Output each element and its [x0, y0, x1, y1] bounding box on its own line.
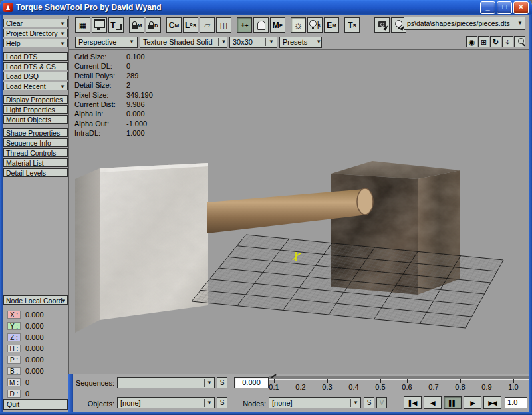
load-dsq-button[interactable]: Load DSQ	[3, 72, 68, 80]
presets-value: Presets	[283, 38, 307, 46]
grid-icon[interactable]: ▦	[75, 17, 90, 33]
menu-label: Project Directory	[6, 29, 58, 37]
button-label: Load Recent	[6, 82, 46, 90]
ghost-icon[interactable]	[253, 17, 269, 33]
dropdown-arrow-icon: ▼	[60, 20, 65, 27]
sidebar-menu-clear[interactable]: Clear ▼	[3, 19, 68, 27]
objects-value: [none]	[120, 399, 203, 407]
ts-toggle-icon[interactable]: T S	[344, 17, 360, 33]
stat-value: 2	[126, 81, 130, 89]
play-bounce-button[interactable]: ▶◀	[483, 396, 501, 409]
button-label: Thread Controls	[6, 149, 56, 157]
zoom-magnifier-icon[interactable]	[514, 36, 525, 47]
sidebar: Clear ▼ Project Directory ▼ Help ▼ Load …	[3, 16, 69, 412]
objects-s-button[interactable]: S	[217, 397, 227, 408]
orbit-icon[interactable]: ◉	[466, 36, 477, 47]
rotate-icon[interactable]: ↻	[490, 36, 501, 47]
button-label: Load DSQ	[6, 72, 39, 80]
stat-value: 0.100	[126, 53, 145, 61]
perspective-dropdown[interactable]: Perspective ▼	[75, 37, 138, 48]
mount-objects-button[interactable]: Mount Objects	[3, 115, 68, 124]
book-icon[interactable]: ◫	[216, 17, 231, 33]
stat-row: Pixel Size:349.190	[74, 90, 153, 100]
play-button[interactable]: ▶	[464, 396, 481, 409]
t-seat-icon[interactable]: T	[108, 17, 124, 33]
load-recent-button[interactable]: Load Recent ▼	[3, 82, 68, 90]
quit-button[interactable]: Quit	[3, 399, 68, 410]
move-icon[interactable]: ↔ ↕	[502, 36, 513, 47]
objects-dropdown[interactable]: [none] ▼	[117, 397, 215, 408]
stat-row: Detail Polys:289	[74, 71, 153, 80]
close-button[interactable]: ×	[513, 1, 529, 14]
button-label: Detail Levels	[6, 169, 46, 177]
objects-label: Objects:	[72, 400, 114, 408]
shape-properties-button[interactable]: Shape Properties	[3, 128, 68, 137]
monitor-icon[interactable]	[92, 17, 107, 33]
button-label: Load DTS & CS	[6, 63, 56, 70]
select-camera-icon[interactable]	[374, 17, 390, 33]
button-label: Load DTS	[6, 53, 37, 61]
stat-value: 0.000	[126, 110, 145, 118]
add-node-icon[interactable]: + +	[237, 17, 252, 33]
lock-m-icon[interactable]: M	[129, 17, 144, 33]
cm-toggle-icon[interactable]: C M	[166, 17, 182, 33]
dropdown-arrow-icon: ▼	[350, 399, 358, 407]
menu-label: Help	[6, 39, 21, 47]
detail-levels-button[interactable]: Detail Levels	[3, 168, 68, 177]
shape-box-icon[interactable]: ▱	[200, 17, 215, 33]
dropdown-arrow-icon: ▼	[60, 30, 65, 37]
node-coord-dropdown[interactable]: Node Local Coord ▼	[3, 295, 68, 305]
sequences-label: Sequences:	[72, 379, 114, 387]
coord-key-x: X :	[7, 311, 21, 319]
perspective-value: Perspective	[78, 38, 120, 46]
stat-row: Current DL:0	[74, 61, 153, 70]
view-toolbar: Perspective ▼ Texture Shaded Solid ▼ 30x…	[69, 35, 529, 49]
lock-d-icon[interactable]: D	[146, 17, 161, 33]
light-bright-icon[interactable]: ☼	[291, 17, 306, 33]
minimize-button[interactable]: _	[480, 1, 495, 14]
titlebar[interactable]: Torque ShowTool Pro by David Wyand _ □ ×	[0, 0, 532, 15]
material-list-button[interactable]: Material List	[3, 158, 68, 167]
light-lp-icon[interactable]: L P	[307, 17, 323, 33]
stat-row: Detail Size:2	[74, 80, 153, 90]
button-label: Mount Objects	[6, 116, 51, 124]
panel-splitter[interactable]	[68, 374, 73, 412]
grid-size-dropdown[interactable]: 30x30 ▼	[229, 37, 277, 48]
pan-icon[interactable]: ⊞	[478, 36, 489, 47]
coord-row-z: Z : 0.000	[3, 331, 68, 343]
button-label: Material List	[6, 159, 44, 167]
los-toggle-icon[interactable]: L o S	[183, 17, 198, 33]
speed-input[interactable]: 1.0	[505, 397, 527, 408]
thread-controls-button[interactable]: Thread Controls	[3, 148, 68, 157]
maximize-button[interactable]: □	[497, 1, 512, 14]
stat-row: IntraDL:1.000	[74, 128, 153, 138]
play-reverse-button[interactable]: ◀	[424, 396, 442, 409]
render-mode-dropdown[interactable]: Texture Shaded Solid ▼	[140, 37, 227, 48]
light-properties-button[interactable]: Light Properties	[3, 105, 68, 114]
skip-to-start-button[interactable]: ▌◀	[404, 396, 422, 409]
pause-button[interactable]: ▌▌	[444, 396, 462, 409]
load-dts-cs-button[interactable]: Load DTS & CS	[3, 62, 68, 70]
button-label: Display Properties	[6, 96, 63, 104]
sidebar-menu-project-directory[interactable]: Project Directory ▼	[3, 29, 68, 37]
grid-size-value: 30x30	[233, 38, 260, 46]
timeline-ruler[interactable]: 0.1 0.2 0.3 0.4 0.5 0.6 0.7 0.8 0.9 1.0	[269, 374, 529, 394]
dropdown-arrow-icon: ▼	[517, 19, 523, 27]
nodes-v-button[interactable]: V	[376, 397, 387, 408]
mp-toggle-icon[interactable]: M P	[270, 17, 285, 33]
em-toggle-icon[interactable]: E M	[324, 17, 339, 33]
shape-path-dropdown[interactable]: ps\data\shapes/pieces/pieces.dts ▼	[404, 17, 525, 30]
sidebar-menu-help[interactable]: Help ▼	[3, 39, 68, 47]
stat-value: 1.000	[126, 129, 145, 137]
display-properties-button[interactable]: Display Properties	[3, 95, 68, 104]
dropdown-arrow-icon: ▼	[313, 38, 321, 46]
nodes-dropdown[interactable]: [none] ▼	[269, 397, 361, 408]
load-dts-button[interactable]: Load DTS	[3, 52, 68, 61]
dropdown-arrow-icon: ▼	[218, 38, 227, 46]
presets-dropdown[interactable]: Presets ▼	[279, 37, 322, 48]
sequences-s-button[interactable]: S	[217, 377, 227, 388]
tick-label: 0.4	[344, 383, 364, 391]
nodes-s-button[interactable]: S	[364, 397, 374, 408]
sequence-info-button[interactable]: Sequence Info	[3, 138, 68, 147]
sequences-dropdown[interactable]: ▼	[117, 377, 215, 388]
